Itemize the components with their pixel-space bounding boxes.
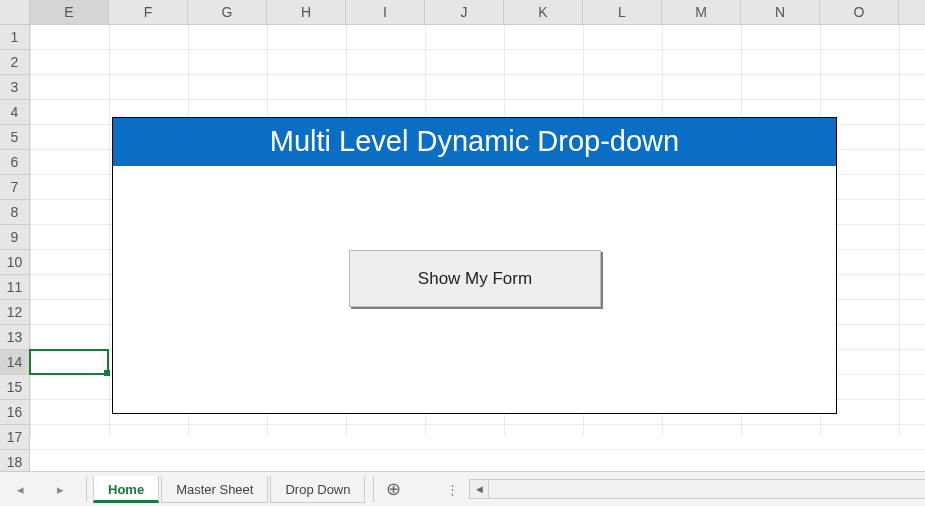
row-header-11[interactable]: 11 <box>0 275 30 300</box>
row-header-8[interactable]: 8 <box>0 200 30 225</box>
row-cells[interactable] <box>30 450 925 471</box>
row-header-2[interactable]: 2 <box>0 50 30 75</box>
row-header-13[interactable]: 13 <box>0 325 30 350</box>
tab-prev-icon[interactable]: ◂ <box>17 482 24 497</box>
sheet-tab-master-sheet[interactable]: Master Sheet <box>161 476 268 503</box>
sheet-tabs-bar: ◂ ▸ HomeMaster SheetDrop Down ⊕ ⋮ ◄ <box>0 471 925 506</box>
tab-separator <box>86 476 87 502</box>
horizontal-scrollbar[interactable]: ⋮ ◄ <box>446 479 925 499</box>
scroll-left-arrow[interactable]: ◄ <box>469 479 489 499</box>
col-header-F[interactable]: F <box>109 0 188 24</box>
sheet-tab-drop-down[interactable]: Drop Down <box>270 476 365 503</box>
row-header-9[interactable]: 9 <box>0 225 30 250</box>
row-cells[interactable] <box>30 50 925 75</box>
col-header-M[interactable]: M <box>662 0 741 24</box>
col-header-N[interactable]: N <box>741 0 820 24</box>
row-header-3[interactable]: 3 <box>0 75 30 100</box>
row-header-16[interactable]: 16 <box>0 400 30 425</box>
scroll-track[interactable] <box>489 479 925 499</box>
row-header-17[interactable]: 17 <box>0 425 30 450</box>
content-box: Multi Level Dynamic Drop-down Show My Fo… <box>112 117 837 414</box>
row-cells[interactable] <box>30 425 925 450</box>
col-header-O[interactable]: O <box>820 0 899 24</box>
row-header-4[interactable]: 4 <box>0 100 30 125</box>
col-header-H[interactable]: H <box>267 0 346 24</box>
col-header-I[interactable]: I <box>346 0 425 24</box>
show-my-form-button[interactable]: Show My Form <box>349 250 601 307</box>
column-headers: EFGHIJKLMNO <box>0 0 925 25</box>
row-cells[interactable] <box>30 25 925 50</box>
tab-nav: ◂ ▸ <box>0 482 80 497</box>
drag-dots-icon[interactable]: ⋮ <box>446 482 459 497</box>
row-header-5[interactable]: 5 <box>0 125 30 150</box>
select-all-corner[interactable] <box>0 0 30 24</box>
row-header-1[interactable]: 1 <box>0 25 30 50</box>
col-header-E[interactable]: E <box>30 0 109 24</box>
row-header-7[interactable]: 7 <box>0 175 30 200</box>
row-header-15[interactable]: 15 <box>0 375 30 400</box>
col-header-L[interactable]: L <box>583 0 662 24</box>
col-header-K[interactable]: K <box>504 0 583 24</box>
sheet-tab-home[interactable]: Home <box>93 476 159 503</box>
row-header-6[interactable]: 6 <box>0 150 30 175</box>
row-header-14[interactable]: 14 <box>0 350 30 375</box>
spreadsheet-grid[interactable]: EFGHIJKLMNO 1234567891011121314151617181… <box>0 0 925 471</box>
row-header-18[interactable]: 18 <box>0 450 30 471</box>
col-header-J[interactable]: J <box>425 0 504 24</box>
tab-next-icon[interactable]: ▸ <box>57 482 64 497</box>
row-header-10[interactable]: 10 <box>0 250 30 275</box>
col-header-G[interactable]: G <box>188 0 267 24</box>
content-title: Multi Level Dynamic Drop-down <box>113 118 836 166</box>
row-header-12[interactable]: 12 <box>0 300 30 325</box>
row-cells[interactable] <box>30 75 925 100</box>
tab-separator <box>373 476 374 502</box>
add-sheet-button[interactable]: ⊕ <box>380 478 406 500</box>
